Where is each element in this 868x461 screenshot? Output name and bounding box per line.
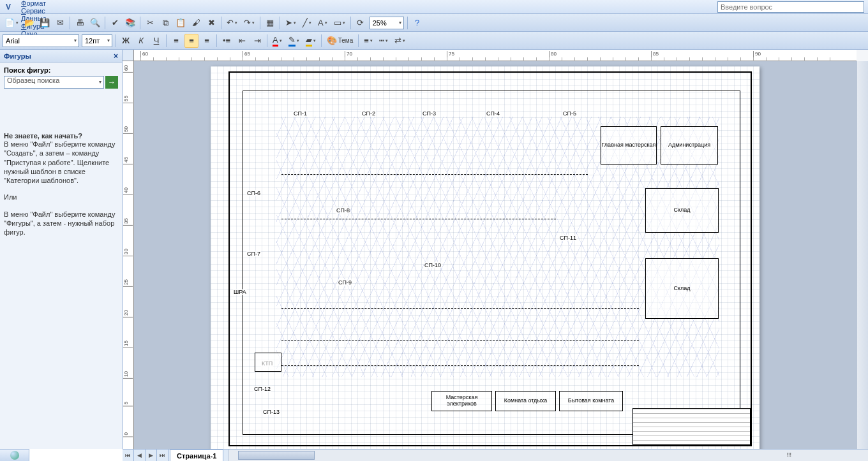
line-ends-button[interactable]: ⇄▾	[392, 34, 408, 48]
mail-button[interactable]: ✉	[53, 16, 67, 30]
rectangle-tool-button[interactable]: ▭▾	[331, 16, 348, 30]
font-size-combo[interactable]: 12пт	[82, 34, 112, 47]
spellcheck-button[interactable]: ✔	[108, 16, 122, 30]
redo-button[interactable]: ↷▾	[241, 16, 257, 30]
panel-label: СП-6	[246, 190, 261, 196]
panel-label: СП-9	[338, 279, 352, 286]
shapes-help-text: Не знаете, как начать? В меню "Файл" выб…	[0, 132, 122, 245]
text-tool-button[interactable]: A▾	[315, 16, 330, 30]
connector-tool-button[interactable]: ╱▾	[300, 16, 314, 30]
save-button[interactable]: 💾	[38, 16, 52, 30]
align-center-button[interactable]: ≡	[184, 34, 198, 48]
shapes-search-block: Поиск фигур: Образец поиска →	[0, 62, 122, 94]
font-combo[interactable]: Arial	[3, 34, 79, 47]
tab-nav-buttons: ⏮ ◀ ▶ ⏭	[123, 450, 168, 461]
help-paragraph: В меню "Файл" выберите команду "Создать"…	[4, 140, 118, 185]
menu-формат[interactable]: Формат	[17, 0, 53, 7]
research-button[interactable]: 📚	[123, 16, 137, 30]
vertical-scrollbar[interactable]	[857, 61, 868, 449]
help-paragraph: В меню "Файл" выберите команду "Фигуры",…	[4, 210, 118, 237]
rotate-button[interactable]: ⟳	[354, 16, 368, 30]
line-color-button[interactable]: ✎▾	[286, 34, 302, 48]
line-pattern-button[interactable]: ┅▾	[377, 34, 391, 48]
underline-button[interactable]: Ч	[149, 34, 163, 48]
shapes-search-go-button[interactable]: →	[105, 76, 118, 89]
room: Склад	[645, 258, 719, 319]
taskbar-stub	[0, 449, 29, 461]
panel-label: ШРА	[233, 289, 247, 295]
panel-label: СП-13	[262, 409, 280, 415]
horizontal-scrollbar-thumb[interactable]	[238, 451, 315, 460]
panel-label: СП-10	[424, 262, 442, 268]
panel-label: СП-5	[562, 110, 577, 117]
drawing-area: 60657075808590 605550454035302520151050 …	[123, 50, 868, 449]
shapes-panel-title: Фигуры ×	[0, 50, 122, 62]
floor-plan: Главная мастерскаяАдминистрацияСкладСкла…	[243, 91, 740, 435]
panel-label: СП-8	[336, 207, 350, 214]
panel-label: СП-11	[559, 235, 577, 241]
room: Главная мастерская	[601, 126, 657, 165]
theme-button[interactable]: 🎨Тема	[324, 34, 356, 48]
paste-button[interactable]: 📋	[174, 16, 188, 30]
print-preview-button[interactable]: 🔍	[88, 16, 102, 30]
zoom-combo[interactable]: 25%	[370, 17, 404, 29]
title-block	[632, 408, 751, 445]
page-tab[interactable]: Страница-1	[170, 450, 223, 461]
italic-button[interactable]: К	[134, 34, 148, 48]
undo-button[interactable]: ↶▾	[224, 16, 240, 30]
drawing-page[interactable]: Главная мастерскаяАдминистрацияСкладСкла…	[211, 66, 760, 449]
decrease-indent-button[interactable]: ⇤	[235, 34, 249, 48]
open-button[interactable]: 📂	[22, 16, 36, 30]
font-color-button[interactable]: A▾	[270, 34, 285, 48]
cut-button[interactable]: ✂	[143, 16, 157, 30]
tab-prev-button[interactable]: ◀	[134, 450, 146, 461]
app-logo-icon: V	[3, 1, 14, 13]
pointer-tool-button[interactable]: ➤▾	[283, 16, 299, 30]
menubar: V ФайлПравкаВидВставкаФорматСервисДанные…	[0, 0, 868, 14]
shapes-panel: Фигуры × Поиск фигур: Образец поиска → Н…	[0, 50, 123, 449]
room: Склад	[645, 188, 719, 233]
format-painter-button[interactable]: 🖌	[189, 16, 203, 30]
new-button[interactable]: 📄▾	[2, 16, 21, 30]
horizontal-ruler[interactable]: 60657075808590	[134, 50, 857, 61]
page-tabs-bar: ⏮ ◀ ▶ ⏭ Страница-1 !!!	[123, 449, 868, 461]
shapes-pane-button[interactable]: ▦	[263, 16, 277, 30]
delete-button[interactable]: ✖	[204, 16, 218, 30]
align-right-button[interactable]: ≡	[200, 34, 214, 48]
start-orb-icon	[10, 451, 19, 460]
room: Бытовая комната	[559, 391, 623, 411]
panel-label: СП-3	[422, 110, 437, 117]
vertical-ruler[interactable]: 605550454035302520151050	[123, 61, 134, 449]
horizontal-scrollbar[interactable]: !!!	[228, 450, 868, 461]
drawing-canvas[interactable]: Главная мастерскаяАдминистрацияСкладСкла…	[134, 61, 857, 449]
copy-button[interactable]: ⧉	[158, 16, 172, 30]
panel-label: СП-7	[246, 251, 261, 257]
panel-label: СП-12	[253, 386, 271, 392]
tab-next-button[interactable]: ▶	[146, 450, 157, 461]
formatting-toolbar: Arial 12пт Ж К Ч ≡ ≡ ≡ •≡ ⇤ ⇥ A▾ ✎▾ ▰▾ 🎨…	[0, 32, 868, 50]
room: Комната отдыха	[495, 391, 556, 411]
ktp-box	[255, 353, 281, 372]
panel-label: СП-4	[486, 110, 500, 117]
tab-last-button[interactable]: ⏭	[157, 450, 168, 461]
room: Администрация	[661, 126, 718, 165]
align-left-button[interactable]: ≡	[169, 34, 183, 48]
line-weight-button[interactable]: ≡▾	[361, 34, 375, 48]
help-button[interactable]: ?	[410, 16, 424, 30]
shapes-panel-title-text: Фигуры	[4, 52, 31, 60]
increase-indent-button[interactable]: ⇥	[250, 34, 264, 48]
shapes-search-input[interactable]: Образец поиска	[4, 76, 104, 89]
ruler-corner	[123, 50, 134, 61]
fill-color-button[interactable]: ▰▾	[303, 34, 318, 48]
help-heading: Не знаете, как начать?	[4, 132, 82, 140]
standard-toolbar: 📄▾ 📂 💾 ✉ 🖶 🔍 ✔ 📚 ✂ ⧉ 📋 🖌 ✖ ↶▾ ↷▾ ▦ ➤▾ ╱▾…	[0, 14, 868, 32]
help-or: Или	[4, 193, 118, 201]
print-button[interactable]: 🖶	[73, 16, 87, 30]
shapes-panel-close-icon[interactable]: ×	[114, 52, 118, 61]
bullets-button[interactable]: •≡	[220, 34, 234, 48]
room: Мастерская электриков	[431, 391, 492, 411]
menu-сервис[interactable]: Сервис	[17, 7, 53, 15]
bold-button[interactable]: Ж	[119, 34, 133, 48]
help-question-input[interactable]	[717, 1, 864, 13]
tab-first-button[interactable]: ⏮	[123, 450, 134, 461]
